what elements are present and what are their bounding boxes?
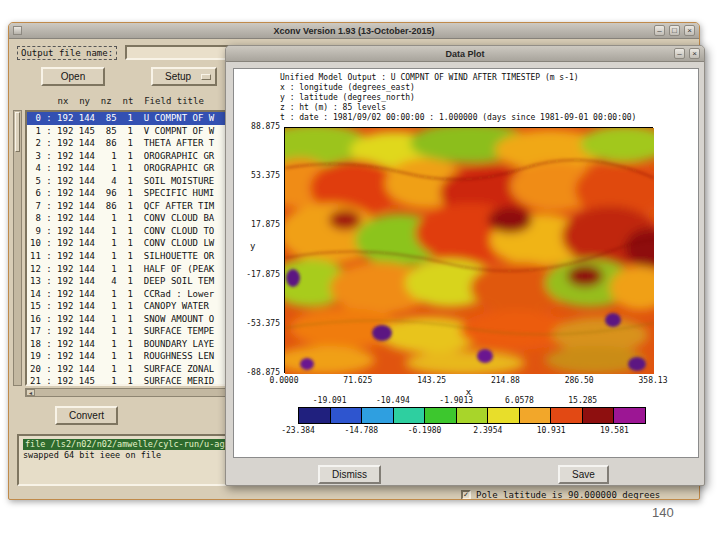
x-tick-label: 0.0000 <box>270 376 299 385</box>
field-table-header: nx ny nz nt Field title <box>25 96 204 106</box>
colorbar-label: -10.494 <box>376 396 410 405</box>
convert-button[interactable]: Convert <box>55 406 118 425</box>
colorbar-label: 19.581 <box>600 426 629 435</box>
colorbar-label: -1.9013 <box>439 396 473 405</box>
close-icon[interactable]: × <box>689 48 700 59</box>
y-tick-label: -53.375 <box>246 319 280 328</box>
colorbar-label: -19.091 <box>313 396 347 405</box>
plot-t-desc: t : date : 1981/09/02 00:00:00 : 1.00000… <box>280 113 636 123</box>
scrollbar-thumb[interactable] <box>15 112 20 152</box>
setup-button[interactable]: Setup <box>151 67 217 86</box>
data-plot-window: Data Plot – × Unified Model Output : U C… <box>225 45 705 486</box>
minimize-icon[interactable]: – <box>674 48 685 59</box>
menu-indicator-icon <box>201 74 211 80</box>
data-plot-titlebar[interactable]: Data Plot – × <box>226 46 704 62</box>
close-icon[interactable]: × <box>684 25 695 36</box>
y-axis-ticks: 88.87553.37517.875-17.875-53.375-88.875 <box>236 127 281 373</box>
colorbar <box>298 407 646 424</box>
x-axis-ticks: 0.000071.625143.25214.88286.50358.13 <box>284 376 653 386</box>
colorbar-labels-top: -19.091-10.494-1.90136.057815.285 <box>298 396 646 406</box>
plot-header-text: Unified Model Output : U COMPNT OF WIND … <box>280 73 636 123</box>
colorbar-segment <box>583 408 615 423</box>
plot-z-desc: z : ht (m) : 85 levels <box>280 103 636 113</box>
colorbar-label: 10.931 <box>537 426 566 435</box>
output-file-label: Output file name: <box>17 46 117 60</box>
colorbar-segment <box>520 408 552 423</box>
pole-latitude-checkbox[interactable]: ✓ <box>461 490 471 499</box>
y-tick-label: 53.375 <box>251 171 280 180</box>
y-tick-label: 88.875 <box>251 122 280 131</box>
open-button[interactable]: Open <box>41 67 105 86</box>
x-tick-label: 286.50 <box>565 376 594 385</box>
pole-latitude-label: Pole latitude is 90.000000 degrees <box>476 490 660 499</box>
slide-number: 140 <box>652 505 674 520</box>
x-tick-label: 358.13 <box>639 376 668 385</box>
maximize-icon[interactable]: □ <box>669 25 680 36</box>
x-tick-label: 214.88 <box>491 376 520 385</box>
plot-x-desc: x : longitude (degrees_east) <box>280 83 636 93</box>
dismiss-button[interactable]: Dismiss <box>318 465 381 484</box>
plot-y-desc: y : latitude (degrees_north) <box>280 93 636 103</box>
colorbar-segment <box>488 408 520 423</box>
pole-latitude-row: ✓ Pole latitude is 90.000000 degrees <box>461 490 660 499</box>
colorbar-segment <box>425 408 457 423</box>
plot-panel: Unified Model Output : U COMPNT OF WIND … <box>233 68 699 458</box>
log-line-1: file /ls2/n02/n02/amwelle/cylc-run/u-ag3… <box>23 439 247 450</box>
world-heatmap-plot <box>284 127 653 373</box>
data-plot-content: Unified Model Output : U COMPNT OF WIND … <box>226 63 704 485</box>
colorbar-segment <box>362 408 394 423</box>
colorbar-segment <box>394 408 426 423</box>
y-tick-label: 17.875 <box>251 220 280 229</box>
x-tick-label: 143.25 <box>417 376 446 385</box>
plot-title: Unified Model Output : U COMPNT OF WIND … <box>280 73 636 83</box>
colorbar-label: -14.788 <box>344 426 378 435</box>
colorbar-segment <box>331 408 363 423</box>
y-tick-label: -17.875 <box>246 270 280 279</box>
colorbar-label: -23.384 <box>281 426 315 435</box>
colorbar-segment <box>551 408 583 423</box>
heatmap-image <box>285 128 654 374</box>
data-plot-window-title: Data Plot <box>226 49 704 59</box>
setup-button-label: Setup <box>165 71 191 82</box>
colorbar-label: 6.0578 <box>505 396 534 405</box>
save-button[interactable]: Save <box>558 465 609 484</box>
colorbar-label: 2.3954 <box>473 426 502 435</box>
y-axis-label: y <box>250 241 255 251</box>
xconv-window-title: Xconv Version 1.93 (13-October-2015) <box>9 26 699 36</box>
colorbar-segment <box>299 408 331 423</box>
colorbar-segment <box>614 408 645 423</box>
colorbar-segment <box>457 408 489 423</box>
scroll-left-arrow-icon[interactable]: ◂ <box>26 389 35 396</box>
colorbar-labels-bottom: -23.384-14.788-6.19802.395410.93119.581 <box>298 426 646 436</box>
x-tick-label: 71.625 <box>343 376 372 385</box>
minimize-icon[interactable]: – <box>654 25 665 36</box>
field-list-vertical-scrollbar[interactable] <box>13 110 22 386</box>
xconv-titlebar[interactable]: Xconv Version 1.93 (13-October-2015) – □… <box>9 23 699 39</box>
window-menu-icon[interactable] <box>13 26 22 35</box>
colorbar-label: -6.1980 <box>408 426 442 435</box>
colorbar-label: 15.285 <box>568 396 597 405</box>
